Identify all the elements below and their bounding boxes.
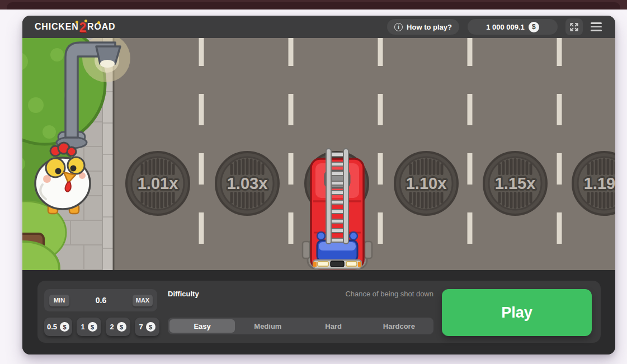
- difficulty-label: Difficulty: [168, 290, 199, 298]
- game-scene: 1.01x1.03x1.10x1.15x1.19x: [22, 38, 615, 270]
- manhole-1.15x: 1.15x: [484, 152, 546, 215]
- dollar-coin-icon: $: [88, 322, 97, 332]
- manhole-1.03x: 1.03x: [216, 152, 279, 215]
- truck-mirror-left: [303, 242, 310, 258]
- dollar-coin-icon: $: [529, 22, 539, 32]
- truck-mirror-right: [365, 242, 372, 258]
- dollar-coin-icon: $: [60, 322, 69, 332]
- truck-beacon-left: [317, 232, 325, 240]
- quick-bet-7-button[interactable]: 7 $: [135, 318, 159, 336]
- logo-text-chicken: CHICKEN: [35, 22, 79, 32]
- game-widget: CHICKEN2ROAD i How to play? 1 000 009.1 …: [22, 16, 615, 354]
- difficulty-hardcore[interactable]: Hardcore: [366, 319, 432, 333]
- control-panel-inner: MIN 0.6 MAX 0.5 $ 1 $ 2 $ 7: [37, 281, 601, 343]
- balance-display: 1 000 009.1 $: [468, 19, 558, 35]
- balance-value: 1 000 009.1: [486, 23, 525, 31]
- hamburger-icon: [591, 22, 602, 24]
- quick-bet-2-button[interactable]: 2 $: [106, 318, 130, 336]
- game-scene-canvas: 1.01x1.03x1.10x1.15x1.19x: [22, 38, 615, 270]
- logo: CHICKEN2ROAD: [35, 20, 115, 35]
- game-header: CHICKEN2ROAD i How to play? 1 000 009.1 …: [22, 16, 615, 38]
- difficulty-medium[interactable]: Medium: [235, 319, 300, 333]
- svg-text:1.01x: 1.01x: [138, 174, 178, 192]
- difficulty-hard[interactable]: Hard: [301, 319, 366, 333]
- page-background: { "header": { "logo": { "part1": "CHICKE…: [0, 0, 627, 364]
- expand-arrows-icon: [570, 23, 578, 31]
- dollar-coin-icon: $: [146, 322, 155, 332]
- manhole-1.10x: 1.10x: [395, 152, 458, 215]
- logo-number-2: 2: [79, 20, 87, 35]
- quick-bet-row: 0.5 $ 1 $ 2 $ 7 $: [44, 318, 159, 336]
- play-button[interactable]: Play: [442, 289, 592, 336]
- svg-text:1.19x: 1.19x: [584, 174, 615, 192]
- browser-window-edge: [0, 0, 627, 10]
- menu-button[interactable]: [590, 20, 603, 34]
- difficulty-group: Difficulty Chance of being shot down Eas…: [168, 281, 433, 343]
- bet-amount-control: MIN 0.6 MAX: [44, 289, 157, 311]
- control-panel: MIN 0.6 MAX 0.5 $ 1 $ 2 $ 7: [22, 270, 615, 354]
- how-to-play-label: How to play?: [407, 23, 452, 31]
- bet-amount-value: 0.6: [69, 296, 133, 305]
- svg-text:1.03x: 1.03x: [227, 174, 268, 192]
- browser-window-inner-edge: [7, 2, 620, 10]
- how-to-play-button[interactable]: i How to play?: [387, 19, 459, 35]
- logo-decoration: [84, 20, 87, 22]
- bet-min-button[interactable]: MIN: [49, 295, 69, 306]
- chance-of-shot-down-label: Chance of being shot down: [345, 290, 433, 298]
- bet-max-button[interactable]: MAX: [133, 295, 153, 306]
- quick-bet-0.5-button[interactable]: 0.5 $: [44, 318, 72, 336]
- logo-decoration: [76, 21, 78, 23]
- dollar-coin-icon: $: [117, 322, 126, 332]
- quick-bet-1-button[interactable]: 1 $: [77, 318, 101, 336]
- info-icon: i: [394, 23, 403, 31]
- manhole-1.01x: 1.01x: [126, 152, 189, 215]
- svg-text:1.10x: 1.10x: [406, 174, 447, 192]
- fullscreen-button[interactable]: [565, 18, 583, 35]
- fire-truck: [303, 149, 372, 268]
- truck-beacon-right: [350, 232, 357, 240]
- svg-text:1.15x: 1.15x: [495, 174, 536, 192]
- logo-text-road: ROAD: [87, 22, 115, 32]
- difficulty-selector: Easy Medium Hard Hardcore: [168, 318, 433, 334]
- logo-decoration: [97, 21, 100, 24]
- difficulty-easy[interactable]: Easy: [169, 319, 235, 333]
